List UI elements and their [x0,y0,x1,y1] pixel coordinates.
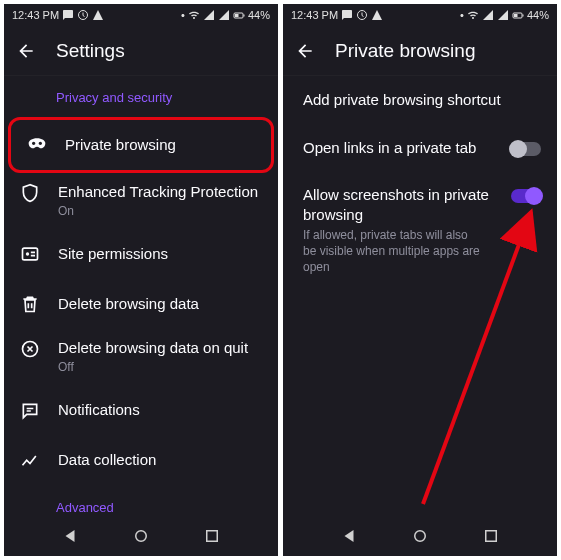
status-dot: • [181,9,185,21]
item-label: Add private browsing shortcut [303,90,541,110]
item-sub: On [58,204,262,220]
svg-point-7 [136,531,147,542]
header: Private browsing [283,26,557,76]
permissions-icon [20,244,40,264]
nav-back-icon[interactable] [61,527,79,545]
item-label: Delete browsing data on quit [58,339,262,358]
item-delete-data[interactable]: Delete browsing data [4,279,278,329]
item-etp[interactable]: Enhanced Tracking Protection On [4,173,278,229]
private-browsing-screen: 12:43 PM • 44% Private browsing Add priv… [283,4,557,556]
item-notifications[interactable]: Notifications [4,386,278,436]
back-icon[interactable] [16,41,36,61]
svg-rect-2 [235,14,239,17]
status-time: 12:43 PM [12,9,59,21]
item-label: Enhanced Tracking Protection [58,183,262,202]
settings-list: Privacy and security Private browsing En… [4,76,278,516]
signal-icon [482,9,494,21]
svg-rect-15 [486,531,497,542]
item-sub: Off [58,360,262,376]
svg-rect-8 [207,531,218,542]
item-label: Delete browsing data [58,295,262,314]
toggle-allow-screenshots[interactable] [511,189,541,203]
wifi-icon [188,9,200,21]
nav-home-icon[interactable] [132,527,150,545]
status-dot: • [460,9,464,21]
nav-home-icon[interactable] [411,527,429,545]
battery-icon [233,9,245,21]
shield-icon [20,183,40,203]
toggle-open-links[interactable] [511,142,541,156]
status-time: 12:43 PM [291,9,338,21]
item-label: Open links in a private tab [303,138,499,158]
item-sub: If allowed, private tabs will also be vi… [303,227,483,276]
nav-recent-icon[interactable] [203,527,221,545]
item-private-browsing[interactable]: Private browsing [11,120,271,170]
nav-recent-icon[interactable] [482,527,500,545]
item-label: Allow screenshots in private browsing [303,185,499,224]
item-delete-on-quit[interactable]: Delete browsing data on quit Off [4,329,278,385]
android-nav [4,516,278,556]
signal-icon [497,9,509,21]
chart-icon [20,451,40,471]
status-icon [92,9,104,21]
item-label: Private browsing [65,136,255,155]
status-icon [356,9,368,21]
status-icon [371,9,383,21]
item-data-collection[interactable]: Data collection [4,436,278,486]
chat-icon [20,401,40,421]
back-icon[interactable] [295,41,315,61]
item-label: Data collection [58,451,262,470]
header: Settings [4,26,278,76]
item-open-links-private[interactable]: Open links in a private tab [283,124,557,172]
page-title: Private browsing [335,40,475,62]
wifi-icon [467,9,479,21]
nav-back-icon[interactable] [340,527,358,545]
status-bar: 12:43 PM • 44% [4,4,278,26]
signal-icon [218,9,230,21]
settings-screen: 12:43 PM • 44% Settings Privacy and secu… [4,4,278,556]
android-nav [283,516,557,556]
section-privacy: Privacy and security [4,76,278,117]
section-advanced: Advanced [4,486,278,516]
item-allow-screenshots[interactable]: Allow screenshots in private browsing If… [283,171,557,290]
private-list: Add private browsing shortcut Open links… [283,76,557,516]
battery-text: 44% [527,9,549,21]
svg-rect-12 [522,15,523,17]
item-site-permissions[interactable]: Site permissions [4,229,278,279]
item-add-shortcut[interactable]: Add private browsing shortcut [283,76,557,124]
close-circle-icon [20,339,40,359]
item-label: Notifications [58,401,262,420]
item-label: Site permissions [58,245,262,264]
status-bar: 12:43 PM • 44% [283,4,557,26]
svg-point-14 [415,531,426,542]
mask-icon [27,135,47,155]
trash-icon [20,294,40,314]
signal-icon [203,9,215,21]
svg-rect-3 [243,15,244,17]
svg-rect-4 [23,249,38,261]
status-icon [77,9,89,21]
battery-text: 44% [248,9,270,21]
status-icon [62,9,74,21]
svg-rect-11 [514,14,518,17]
page-title: Settings [56,40,125,62]
svg-point-5 [26,253,29,256]
status-icon [341,9,353,21]
highlight-private-browsing: Private browsing [8,117,274,173]
battery-icon [512,9,524,21]
